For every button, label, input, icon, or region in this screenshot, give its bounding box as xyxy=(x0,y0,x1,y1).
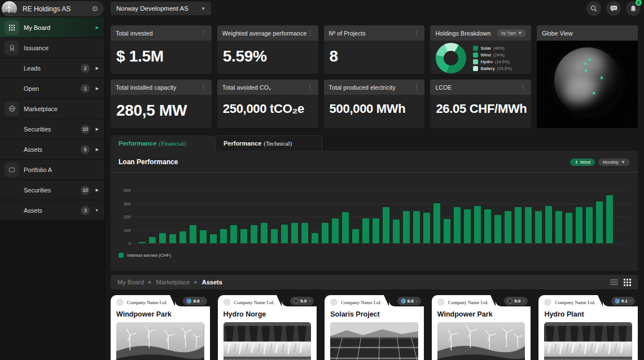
asset-photo xyxy=(544,322,632,360)
list-view-icon[interactable] xyxy=(610,279,618,286)
legend-swatch xyxy=(473,59,478,64)
sidebar-item-portfolio-a[interactable]: Portfolio A xyxy=(0,160,104,180)
kpi-value: 5.59% xyxy=(223,47,267,65)
sidebar-item-assets[interactable]: Assets 5 ▶ xyxy=(0,139,104,160)
count-badge: 5 xyxy=(81,145,90,154)
company-name: Company Name Ltd. xyxy=(555,300,595,305)
kebab-menu-icon[interactable]: ⋮ xyxy=(520,84,526,91)
asset-title: Solaris Project xyxy=(325,306,424,318)
kpi-value: 500,000 MWh xyxy=(330,102,406,116)
chevron-right-icon: ▶ xyxy=(96,66,99,71)
search-button[interactable] xyxy=(586,1,601,16)
kpi-value: 250,000 tCO₂e xyxy=(223,102,304,116)
breadcrumb-separator: ▶ xyxy=(148,280,151,284)
map-marker[interactable] xyxy=(601,77,603,79)
brand-header[interactable]: RE Holdings AS ⚙ xyxy=(2,1,104,16)
map-marker[interactable] xyxy=(589,59,591,61)
asset-photo xyxy=(330,322,418,360)
chat-icon xyxy=(610,5,617,12)
asset-card[interactable]: 9.0+ Company Name Ltd. Windpower Park xyxy=(432,295,531,360)
grid-view-icon[interactable] xyxy=(624,279,631,286)
chevron-right-icon: ▶ xyxy=(96,147,99,152)
count-badge: 10 xyxy=(81,125,90,134)
rating-value: 8.8 xyxy=(193,298,199,304)
tab-label: Performance xyxy=(119,140,156,147)
rating-badge: 8.8+ xyxy=(397,297,421,305)
sidebar-item-marketplace[interactable]: Marketplace xyxy=(0,99,104,119)
gear-icon[interactable]: ⚙ xyxy=(91,5,98,13)
breadcrumb-my-board[interactable]: My Board xyxy=(117,279,144,286)
sidebar-item-my-board[interactable]: My Board ▶ xyxy=(0,17,104,38)
kebab-menu-icon[interactable]: ⋮ xyxy=(413,84,419,91)
period-filter-label: Monthly xyxy=(603,160,619,165)
marketplace-icon xyxy=(5,102,19,116)
breadcrumb-marketplace[interactable]: Marketplace xyxy=(156,279,190,286)
kebab-menu-icon[interactable]: ⋮ xyxy=(200,29,207,37)
notifications-button[interactable]: 6 xyxy=(626,1,641,16)
holdings-title: Holdings Breakdown xyxy=(435,30,497,37)
chevron-down-icon: ▼ xyxy=(95,208,99,212)
search-icon xyxy=(590,5,597,12)
rating-badge: 9.0+ xyxy=(290,297,314,305)
kpi-value: 280,5 MW xyxy=(116,102,187,119)
map-marker[interactable] xyxy=(585,69,587,72)
kpi-title: Weighted average performance xyxy=(222,30,307,37)
kebab-menu-icon[interactable]: ⋮ xyxy=(307,29,313,37)
sidebar-item-issuance[interactable]: Issuance xyxy=(0,38,104,58)
wind-filter-pill[interactable]: Wind xyxy=(570,159,595,166)
globe-view[interactable] xyxy=(537,41,638,128)
chevron-down-icon: ▼ xyxy=(518,30,522,36)
company-name: Company Name Ltd. xyxy=(234,300,275,305)
sidebar-item-securities[interactable]: Securities 10 ▶ xyxy=(0,119,104,139)
issuance-icon xyxy=(5,41,19,55)
kebab-menu-icon[interactable]: ⋮ xyxy=(413,29,419,37)
count-badge: 3 xyxy=(81,206,90,215)
tab-performance-financial[interactable]: Performance (Financial) xyxy=(111,135,215,151)
company-selector-label: Norway Development AS xyxy=(116,5,201,12)
map-marker[interactable] xyxy=(584,63,586,65)
chevron-right-icon: ▶ xyxy=(96,25,99,30)
company-name: Company Name Ltd. xyxy=(341,300,382,305)
rating-value: 9.1 xyxy=(621,298,628,304)
company-name: Company Name Ltd. xyxy=(127,300,168,305)
chat-button[interactable] xyxy=(606,1,621,16)
sidebar-item-label: Open xyxy=(24,85,39,92)
tab-performance-technical[interactable]: Performance (Technical) xyxy=(215,135,322,151)
kebab-menu-icon[interactable]: ⋮ xyxy=(307,84,313,91)
kpi-value: $ 1.5M xyxy=(116,47,164,65)
breadcrumb-assets[interactable]: Assets xyxy=(202,279,222,286)
legend-pct: (24%) xyxy=(493,52,505,58)
period-filter-pill[interactable]: Monthly▼ xyxy=(598,159,630,166)
sidebar-item-label: My Board xyxy=(24,24,50,31)
sidebar: My Board ▶ Issuance Leads 2 ▶ Open 1 ▶ M… xyxy=(0,17,105,360)
kpi-title: LCOE xyxy=(435,84,520,91)
chevron-down-icon: ▼ xyxy=(201,6,205,11)
rating-badge: 9.1+ xyxy=(611,297,635,305)
wind-icon xyxy=(575,160,579,164)
by-type-filter[interactable]: by Type▼ xyxy=(497,29,526,37)
holdings-legend: Solar(46%) Wind(24%) Hydro(14.5%) Batter… xyxy=(473,46,512,71)
sidebar-item-leads[interactable]: Leads 2 ▶ xyxy=(0,58,104,78)
top-bar: RE Holdings AS ⚙ Norway Development AS ▼… xyxy=(0,0,644,17)
breadcrumb: My Board ▶ Marketplace ▶ Assets xyxy=(111,275,638,289)
asset-card[interactable]: 8.8+ Company Name Ltd. Windpower Park xyxy=(111,295,210,360)
asset-title: Windpower Park xyxy=(432,306,531,318)
company-selector[interactable]: Norway Development AS ▼ xyxy=(111,2,211,15)
y-axis-label: 300 xyxy=(119,201,131,207)
tab-sublabel: (Financial) xyxy=(159,140,186,147)
kebab-menu-icon[interactable]: ⋮ xyxy=(200,84,207,91)
sidebar-item-assets-2[interactable]: Assets 3 ▼ xyxy=(0,200,104,221)
sidebar-item-open[interactable]: Open 1 ▶ xyxy=(0,78,104,99)
y-axis-label: 400 xyxy=(119,188,131,193)
asset-card[interactable]: 8.8+ Company Name Ltd. Solaris Project xyxy=(325,295,424,360)
company-avatar xyxy=(224,298,231,306)
sidebar-item-securities-2[interactable]: Securities 10 ▶ xyxy=(0,180,104,200)
asset-title: Hydro Norge xyxy=(218,306,317,318)
map-marker[interactable] xyxy=(593,92,595,94)
by-type-label: by Type xyxy=(501,30,516,36)
asset-card[interactable]: 9.0+ Company Name Ltd. Hydro Norge xyxy=(218,295,317,360)
asset-card[interactable]: 9.1+ Company Name Ltd. Hydro Plant xyxy=(538,295,638,360)
kpi-card-total-invested: Total invested⋮ $ 1.5M xyxy=(111,25,212,74)
bell-icon xyxy=(630,5,637,12)
rating-icon xyxy=(401,298,406,304)
